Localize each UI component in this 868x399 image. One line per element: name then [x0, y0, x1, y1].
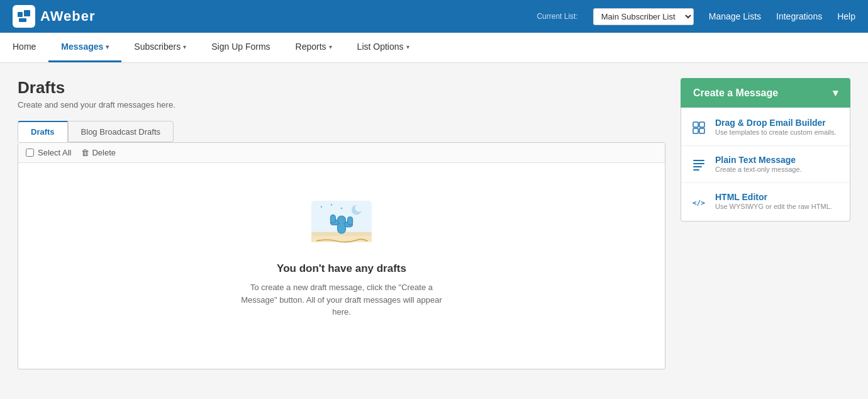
html-editor-icon: </>: [690, 193, 708, 211]
plain-text-option[interactable]: Plain Text Message Create a text-only me…: [681, 149, 850, 180]
plain-text-icon: [690, 156, 708, 174]
empty-illustration: [310, 201, 373, 251]
nav-messages[interactable]: Messages ▾: [48, 33, 121, 62]
delete-button[interactable]: 🗑 Delete: [81, 148, 116, 157]
messages-chevron: ▾: [106, 43, 109, 50]
left-panel: Drafts Create and send your draft messag…: [18, 78, 665, 369]
subscribers-chevron: ▾: [183, 43, 186, 50]
draft-table-area: Select All 🗑 Delete: [18, 142, 665, 369]
svg-point-7: [331, 204, 332, 205]
drag-drop-icon: [690, 119, 708, 137]
create-message-dropdown: Drag & Drop Email Builder Use templates …: [681, 108, 850, 222]
right-panel: Create a Message ▾ Drag & Drop Email Bui…: [681, 78, 850, 222]
reports-chevron: ▾: [329, 43, 332, 50]
trash-icon: 🗑: [81, 148, 89, 157]
nav-signup-forms[interactable]: Sign Up Forms: [199, 33, 282, 62]
svg-rect-25: [693, 166, 702, 167]
svg-point-8: [341, 208, 342, 209]
svg-rect-0: [18, 12, 23, 17]
list-options-chevron: ▾: [406, 43, 409, 50]
main-content: Drafts Create and send your draft messag…: [0, 63, 868, 385]
nav-bar: Home Messages ▾ Subscribers ▾ Sign Up Fo…: [0, 33, 868, 63]
svg-text:</>: </>: [693, 199, 705, 207]
drag-drop-option[interactable]: Drag & Drop Email Builder Use templates …: [681, 111, 850, 143]
select-all-checkbox[interactable]: Select All: [26, 148, 71, 157]
logo-name: AWeber: [40, 8, 96, 25]
create-message-button[interactable]: Create a Message ▾: [681, 78, 850, 108]
logo-area: AWeber: [13, 5, 96, 28]
integrations-link[interactable]: Integrations: [776, 11, 822, 21]
nav-home[interactable]: Home: [0, 33, 48, 62]
svg-rect-23: [693, 160, 704, 161]
top-bar-right: Current List: Main Subscriber List Manag…: [537, 8, 855, 25]
svg-rect-14: [348, 217, 353, 225]
svg-rect-22: [699, 128, 704, 133]
draft-toolbar: Select All 🗑 Delete: [18, 143, 665, 163]
nav-subscribers[interactable]: Subscribers ▾: [121, 33, 199, 62]
svg-rect-12: [330, 215, 335, 223]
nav-reports[interactable]: Reports ▾: [283, 33, 345, 62]
empty-title: You don't have any drafts: [277, 262, 406, 275]
select-all-input[interactable]: [26, 149, 34, 157]
svg-rect-19: [693, 122, 698, 127]
list-select[interactable]: Main Subscriber List: [593, 8, 694, 25]
svg-rect-20: [699, 122, 704, 127]
empty-desc: To create a new draft message, click the…: [235, 281, 448, 318]
empty-state: You don't have any drafts To create a ne…: [18, 163, 665, 369]
current-list-label: Current List:: [537, 12, 577, 21]
svg-point-5: [355, 204, 364, 212]
tab-drafts[interactable]: Drafts: [18, 121, 68, 142]
tabs-row: Drafts Blog Broadcast Drafts: [18, 121, 665, 142]
svg-point-6: [321, 206, 322, 207]
tab-blog-broadcast-drafts[interactable]: Blog Broadcast Drafts: [68, 121, 174, 142]
svg-rect-1: [24, 10, 30, 16]
page-title: Drafts: [18, 78, 665, 98]
dropdown-divider-1: [681, 145, 850, 146]
page-subtitle: Create and send your draft messages here…: [18, 100, 665, 110]
svg-rect-2: [19, 18, 26, 22]
logo-icon: [13, 5, 35, 28]
svg-rect-21: [693, 128, 698, 133]
nav-list-options[interactable]: List Options ▾: [345, 33, 422, 62]
dropdown-divider-2: [681, 183, 850, 183]
help-link[interactable]: Help: [837, 11, 855, 21]
svg-rect-26: [693, 169, 699, 171]
html-editor-option[interactable]: </> HTML Editor Use WYSIWYG or edit the …: [681, 186, 850, 217]
manage-lists-link[interactable]: Manage Lists: [709, 11, 761, 21]
svg-rect-24: [693, 163, 704, 164]
top-bar: AWeber Current List: Main Subscriber Lis…: [0, 0, 868, 33]
create-message-chevron: ▾: [833, 87, 838, 99]
